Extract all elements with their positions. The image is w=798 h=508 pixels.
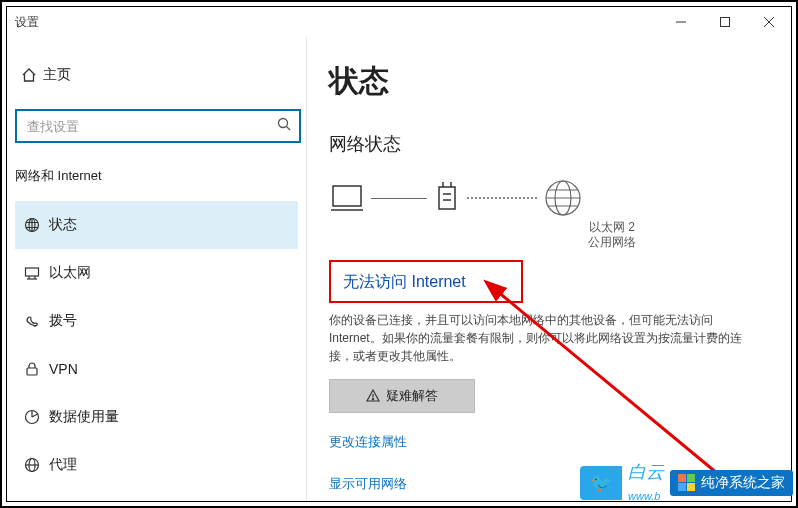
nav-home[interactable]: 主页 [15, 55, 298, 95]
section-label: 网络和 Internet [15, 167, 298, 185]
home-icon [15, 67, 43, 83]
router-icon [433, 180, 461, 216]
page-subtitle: 网络状态 [329, 132, 769, 156]
svg-line-5 [287, 127, 291, 131]
change-connection-link[interactable]: 更改连接属性 [329, 433, 769, 451]
sidebar-item-vpn[interactable]: VPN [15, 345, 298, 393]
watermark: 🐦 白云www.b 纯净系统之家 [580, 458, 793, 507]
alert-text: 无法访问 Internet [343, 272, 509, 293]
svg-rect-18 [333, 186, 361, 206]
sidebar-item-label: 状态 [49, 216, 77, 234]
body-text: 你的设备已连接，并且可以访问本地网络中的其他设备，但可能无法访问 Interne… [329, 311, 749, 365]
warning-icon [366, 389, 380, 403]
network-diagram [329, 176, 769, 220]
computer-icon [329, 180, 365, 216]
sidebar-item-label: 数据使用量 [49, 408, 119, 426]
close-button[interactable] [747, 7, 791, 37]
dialup-icon [15, 313, 49, 329]
svg-point-27 [372, 399, 373, 400]
bird-icon: 🐦 [580, 466, 622, 500]
search-input-container[interactable] [15, 109, 301, 143]
datausage-icon [15, 409, 49, 425]
sidebar-item-ethernet[interactable]: 以太网 [15, 249, 298, 297]
status-icon [15, 217, 49, 233]
svg-rect-1 [721, 18, 730, 27]
troubleshoot-label: 疑难解答 [386, 387, 438, 405]
connection-type: 公用网络 [455, 235, 769, 250]
svg-rect-9 [26, 268, 39, 276]
globe-icon [543, 178, 583, 218]
sidebar-item-label: 以太网 [49, 264, 91, 282]
svg-rect-20 [439, 187, 455, 209]
minimize-button[interactable] [659, 7, 703, 37]
svg-rect-13 [27, 368, 37, 375]
troubleshoot-button[interactable]: 疑难解答 [329, 379, 475, 413]
search-input[interactable] [27, 119, 277, 134]
sidebar-item-dialup[interactable]: 拨号 [15, 297, 298, 345]
alert-box: 无法访问 Internet [329, 260, 523, 303]
svg-point-4 [279, 119, 288, 128]
sidebar-item-label: 代理 [49, 456, 77, 474]
ethernet-icon [15, 265, 49, 281]
sidebar-item-datausage[interactable]: 数据使用量 [15, 393, 298, 441]
sidebar-item-status[interactable]: 状态 [15, 201, 298, 249]
search-icon [277, 117, 291, 135]
page-title: 状态 [329, 61, 769, 102]
vpn-icon [15, 361, 49, 377]
brand-logo: 纯净系统之家 [670, 470, 793, 496]
maximize-button[interactable] [703, 7, 747, 37]
sidebar-item-proxy[interactable]: 代理 [15, 441, 298, 489]
connection-label: 以太网 2 公用网络 [455, 220, 769, 250]
window-title: 设置 [7, 14, 39, 31]
sidebar-item-label: 拨号 [49, 312, 77, 330]
nav-home-label: 主页 [43, 66, 71, 84]
connection-name: 以太网 2 [455, 220, 769, 235]
proxy-icon [15, 457, 49, 473]
sidebar-item-label: VPN [49, 361, 78, 377]
